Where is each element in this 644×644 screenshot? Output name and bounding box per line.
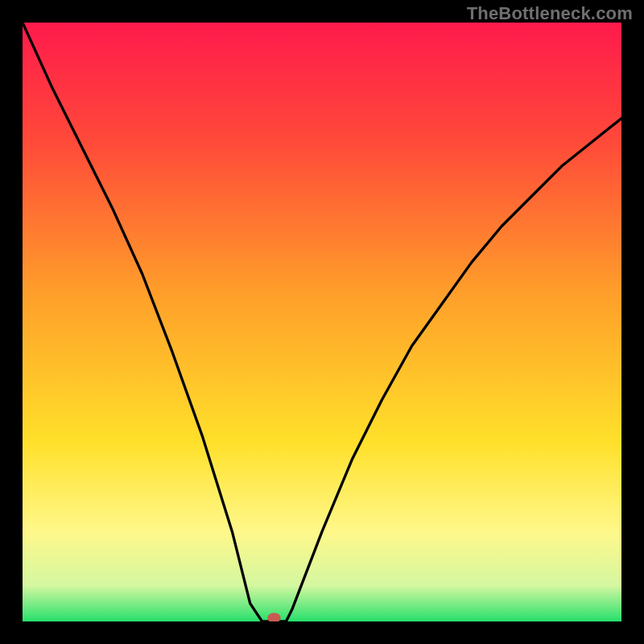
bottleneck-chart bbox=[23, 23, 621, 621]
watermark-text: TheBottleneck.com bbox=[467, 3, 633, 24]
chart-frame: TheBottleneck.com bbox=[0, 0, 644, 644]
